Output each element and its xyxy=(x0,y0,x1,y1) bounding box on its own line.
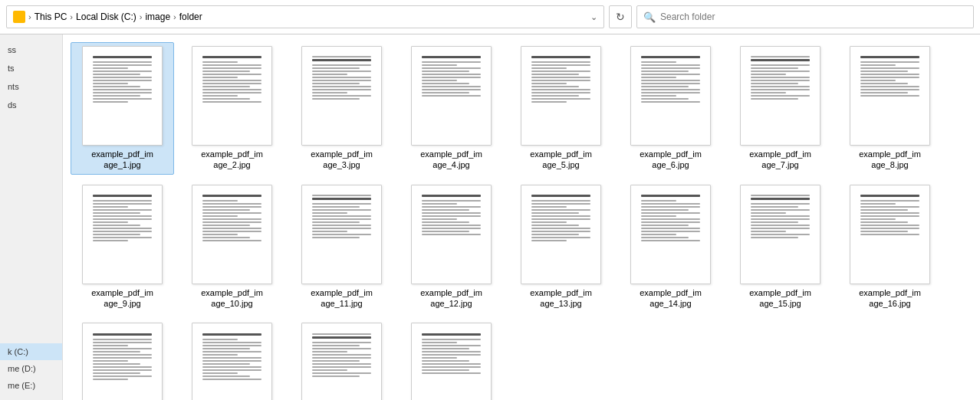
file-name: example_pdf_im age_7.jpg xyxy=(732,149,828,171)
file-item[interactable]: example_pdf_im age_17.jpg xyxy=(71,319,174,400)
file-name: example_pdf_im age_2.jpg xyxy=(184,149,280,171)
file-item[interactable]: example_pdf_im age_6.jpg xyxy=(619,42,722,175)
breadcrumb-image[interactable]: image xyxy=(145,11,170,22)
file-thumbnail xyxy=(521,185,601,284)
file-name: example_pdf_im age_10.jpg xyxy=(184,287,280,310)
breadcrumb-sep-2: › xyxy=(70,12,73,21)
file-thumbnail xyxy=(740,46,821,146)
file-name: example_pdf_im age_1.jpg xyxy=(74,149,170,171)
file-item[interactable]: example_pdf_im age_9.jpg xyxy=(71,181,174,313)
folder-icon xyxy=(13,11,25,23)
file-area: example_pdf_im age_1.jpgexample_pdf_im a… xyxy=(63,34,980,400)
file-thumbnail xyxy=(850,46,930,146)
sidebar-drive-e[interactable]: me (E:) xyxy=(0,377,62,394)
breadcrumb-sep-4: › xyxy=(173,12,176,21)
file-thumbnail xyxy=(411,323,492,400)
file-thumbnail xyxy=(630,185,711,284)
sidebar: ss ts nts ds k (C:) me (D:) me (E:) xyxy=(0,34,63,400)
file-item[interactable]: example_pdf_im age_19.jpg xyxy=(290,319,393,400)
file-name: example_pdf_im age_8.jpg xyxy=(842,149,938,171)
file-thumbnail xyxy=(192,185,272,284)
file-item[interactable]: example_pdf_im age_14.jpg xyxy=(619,181,722,313)
file-item[interactable]: example_pdf_im age_8.jpg xyxy=(838,42,942,175)
file-thumbnail xyxy=(411,46,492,146)
file-item[interactable]: example_pdf_im age_12.jpg xyxy=(400,181,503,313)
sidebar-drive-d[interactable]: me (D:) xyxy=(0,360,62,377)
file-item[interactable]: example_pdf_im age_15.jpg xyxy=(728,181,832,313)
breadcrumb-sep-3: › xyxy=(140,12,143,21)
file-thumbnail xyxy=(192,46,272,146)
file-thumbnail xyxy=(740,185,821,284)
file-thumbnail xyxy=(82,185,163,284)
file-thumbnail xyxy=(411,185,492,284)
file-name: example_pdf_im age_16.jpg xyxy=(842,287,938,310)
file-item[interactable]: example_pdf_im age_13.jpg xyxy=(509,181,613,313)
file-thumbnail xyxy=(301,46,382,146)
file-item[interactable]: example_pdf_im age_11.jpg xyxy=(290,181,393,313)
file-item[interactable]: example_pdf_im age_2.jpg xyxy=(180,42,284,175)
file-thumbnail xyxy=(630,46,711,146)
file-item[interactable]: example_pdf_im age_20.jpg xyxy=(400,319,503,400)
file-item[interactable]: example_pdf_im age_5.jpg xyxy=(509,42,613,175)
sidebar-item-ss[interactable]: ss xyxy=(0,41,62,59)
breadcrumb-folder[interactable]: folder xyxy=(179,11,202,22)
address-bar: › This PC › Local Disk (C:) › image › fo… xyxy=(0,0,980,34)
search-icon: 🔍 xyxy=(643,11,656,23)
file-name: example_pdf_im age_4.jpg xyxy=(403,149,499,171)
file-name: example_pdf_im age_13.jpg xyxy=(513,287,609,310)
refresh-button[interactable]: ↻ xyxy=(609,5,632,28)
file-item[interactable]: example_pdf_im age_4.jpg xyxy=(400,42,503,175)
breadcrumb-localdisk[interactable]: Local Disk (C:) xyxy=(76,11,136,22)
file-item[interactable]: example_pdf_im age_10.jpg xyxy=(180,181,284,313)
sidebar-drive-c[interactable]: k (C:) xyxy=(0,343,62,360)
file-item[interactable]: example_pdf_im age_1.jpg xyxy=(71,42,174,175)
file-name: example_pdf_im age_11.jpg xyxy=(294,287,390,310)
breadcrumb-sep-1: › xyxy=(28,12,31,21)
file-thumbnail xyxy=(82,46,163,146)
breadcrumb-area[interactable]: › This PC › Local Disk (C:) › image › fo… xyxy=(6,5,604,28)
file-name: example_pdf_im age_6.jpg xyxy=(623,149,719,171)
file-thumbnail xyxy=(301,185,382,284)
file-name: example_pdf_im age_14.jpg xyxy=(623,287,719,310)
file-item[interactable]: example_pdf_im age_3.jpg xyxy=(290,42,393,175)
file-item[interactable]: example_pdf_im age_7.jpg xyxy=(728,42,832,175)
file-grid: example_pdf_im age_1.jpgexample_pdf_im a… xyxy=(71,42,972,400)
sidebar-item-ds[interactable]: ds xyxy=(0,96,62,114)
sidebar-item-ts[interactable]: ts xyxy=(0,59,62,77)
file-thumbnail xyxy=(192,323,272,400)
file-item[interactable]: example_pdf_im age_16.jpg xyxy=(838,181,942,313)
file-thumbnail xyxy=(301,323,382,400)
main-area: ss ts nts ds k (C:) me (D:) me (E:) exam… xyxy=(0,34,980,400)
file-name: example_pdf_im age_12.jpg xyxy=(403,287,499,310)
file-thumbnail xyxy=(850,185,930,284)
search-bar: 🔍 xyxy=(636,5,974,28)
search-input[interactable] xyxy=(660,11,967,22)
file-name: example_pdf_im age_3.jpg xyxy=(294,149,390,171)
sidebar-item-nts[interactable]: nts xyxy=(0,77,62,96)
breadcrumb-thispc[interactable]: This PC xyxy=(35,11,67,22)
chevron-down-icon[interactable]: ⌄ xyxy=(590,12,597,22)
file-name: example_pdf_im age_5.jpg xyxy=(513,149,609,171)
file-thumbnail xyxy=(82,323,163,400)
file-name: example_pdf_im age_9.jpg xyxy=(74,287,170,310)
file-thumbnail xyxy=(521,46,601,146)
file-item[interactable]: example_pdf_im age_18.jpg xyxy=(180,319,284,400)
file-name: example_pdf_im age_15.jpg xyxy=(732,287,828,310)
